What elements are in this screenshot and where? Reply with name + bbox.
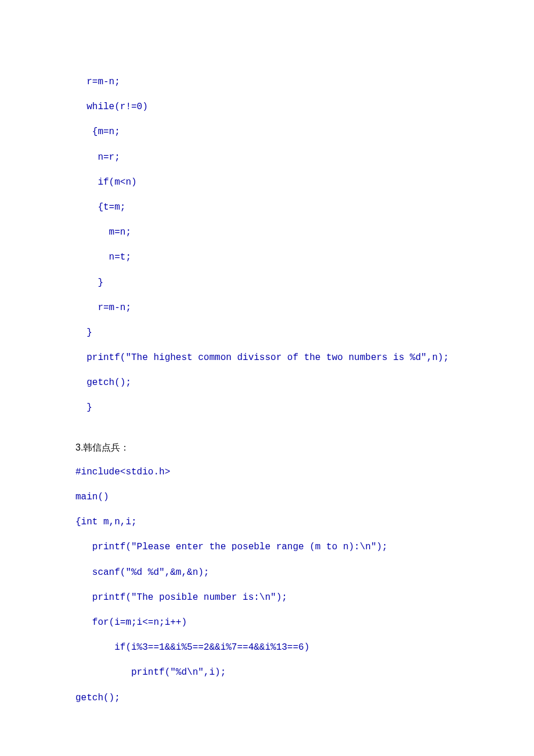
code-line: {m=n;: [75, 120, 459, 145]
code-line: scanf("%d %d",&m,&n);: [75, 560, 459, 585]
code-line: getch();: [75, 370, 459, 395]
code-line: #include<stdio.h>: [75, 460, 459, 485]
code-line: r=m-n;: [75, 70, 459, 95]
section-heading: 3.韩信点兵：: [75, 435, 459, 460]
code-line: printf("%d\n",i);: [75, 660, 459, 685]
code-line: }: [75, 395, 459, 420]
code-line: getch();: [75, 686, 459, 711]
code-line: n=t;: [75, 245, 459, 270]
code-line: {t=m;: [75, 195, 459, 220]
code-line: n=r;: [75, 145, 459, 170]
code-line: }: [75, 321, 459, 345]
code-line: if(i%3==1&&i%5==2&&i%7==4&&i%13==6): [75, 635, 459, 660]
code-line: m=n;: [75, 220, 459, 245]
code-line: printf("The highest common divissor of t…: [75, 345, 459, 370]
code-line: for(i=m;i<=n;i++): [75, 610, 459, 635]
code-line: r=m-n;: [75, 296, 459, 321]
spacer: [75, 421, 459, 435]
code-block-1: r=m-n; while(r!=0) {m=n; n=r; if(m<n) {t…: [75, 70, 459, 421]
code-line: if(m<n): [75, 170, 459, 195]
code-line: {int m,n,i;: [75, 510, 459, 535]
code-line: main(): [75, 485, 459, 510]
code-line: printf("The posible number is:\n");: [75, 585, 459, 610]
code-block-2: #include<stdio.h> main() {int m,n,i; pri…: [75, 460, 459, 711]
code-line: printf("Please enter the poseble range (…: [75, 535, 459, 560]
code-line: }: [75, 271, 459, 296]
code-line: while(r!=0): [75, 95, 459, 120]
